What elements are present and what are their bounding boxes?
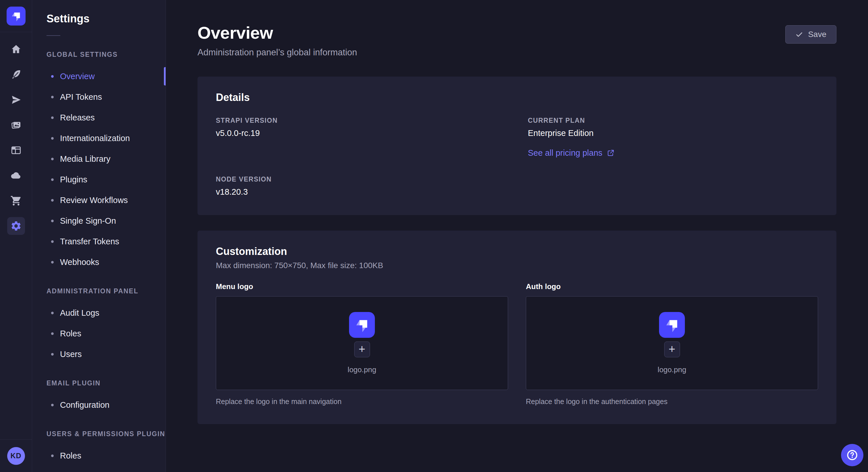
details-grid-spacer	[528, 175, 818, 197]
page-header-text: Overview Administration panel’s global i…	[197, 23, 357, 58]
bullet-icon	[51, 75, 54, 78]
subnav-item-label: API Tokens	[60, 92, 102, 102]
section-global-settings: Overview API Tokens Releases Internation…	[32, 66, 166, 272]
home-icon[interactable]	[7, 40, 25, 58]
strapi-logo[interactable]	[7, 7, 26, 26]
menu-logo-add-button[interactable]: +	[354, 341, 370, 357]
customization-card-subtitle: Max dimension: 750×750, Max file size: 1…	[216, 261, 818, 270]
feather-icon[interactable]	[7, 66, 25, 83]
subnav-item-label: Users	[60, 349, 82, 359]
layout-panel-icon[interactable]	[7, 141, 25, 159]
subnav-item-label: Review Workflows	[60, 196, 128, 205]
menu-logo-filename: logo.png	[348, 365, 376, 374]
subnav-item-webhooks[interactable]: Webhooks	[32, 252, 166, 272]
subnav-title: Settings	[46, 12, 166, 25]
logo-uploads: Menu logo + logo.png Replace the logo in…	[216, 282, 818, 406]
subnav-item-label: Internationalization	[60, 134, 130, 143]
subnav-item-label: Releases	[60, 113, 95, 123]
auth-logo-field: Auth logo + logo.png Replace the logo in…	[526, 282, 818, 406]
subnav-item-plugins[interactable]: Plugins	[32, 169, 166, 190]
bullet-icon	[51, 220, 54, 222]
section-email-plugin: Configuration	[32, 395, 166, 415]
main-content: Overview Administration panel’s global i…	[166, 0, 868, 472]
bullet-icon	[51, 158, 54, 160]
subnav-item-label: Single Sign-On	[60, 216, 116, 226]
subnav-item-label: Audit Logs	[60, 308, 99, 318]
subnav-item-audit-logs[interactable]: Audit Logs	[32, 303, 166, 323]
subnav-item-label: Transfer Tokens	[60, 237, 119, 246]
question-mark-icon	[846, 449, 858, 461]
subnav-item-label: Configuration	[60, 400, 110, 410]
bullet-icon	[51, 199, 54, 202]
details-card: Details Strapi version v5.0.0-rc.19 Curr…	[197, 76, 836, 215]
plus-icon: +	[359, 343, 365, 355]
subnav-item-label: Roles	[60, 329, 81, 338]
page-title: Overview	[197, 23, 357, 43]
current-plan-label: Current plan	[528, 117, 818, 125]
paper-plane-icon[interactable]	[7, 91, 25, 109]
subnav-item-label: Media Library	[60, 154, 111, 164]
settings-gear-icon[interactable]	[7, 217, 25, 235]
subnav-item-transfer-tokens[interactable]: Transfer Tokens	[32, 231, 166, 252]
help-button[interactable]	[841, 444, 863, 466]
avatar[interactable]: KD	[7, 447, 25, 465]
pricing-plans-link-label: See all pricing plans	[528, 148, 602, 158]
check-icon	[795, 31, 803, 38]
node-version-field: Node version v18.20.3	[216, 175, 506, 197]
subnav-item-up-providers[interactable]: Providers	[32, 466, 166, 472]
subnav-item-up-roles[interactable]: Roles	[32, 445, 166, 466]
bullet-icon	[51, 178, 54, 181]
bullet-icon	[51, 353, 54, 356]
auth-logo-label: Auth logo	[526, 282, 818, 291]
subnav-item-label: Plugins	[60, 175, 87, 184]
subnav-item-review-workflows[interactable]: Review Workflows	[32, 190, 166, 210]
page-subtitle: Administration panel’s global informatio…	[197, 47, 357, 58]
page-header: Overview Administration panel’s global i…	[197, 0, 836, 58]
strapi-logo-icon	[7, 7, 26, 26]
bullet-icon	[51, 454, 54, 457]
subnav-item-admin-roles[interactable]: Roles	[32, 323, 166, 344]
strapi-version-label: Strapi version	[216, 117, 506, 125]
main-nav-rail: KD	[0, 0, 32, 472]
auth-logo-add-button[interactable]: +	[664, 341, 680, 357]
node-version-label: Node version	[216, 175, 506, 183]
section-administration-panel: Audit Logs Roles Users	[32, 303, 166, 365]
subnav-item-label: Overview	[60, 72, 95, 81]
subnav-item-label: Roles	[60, 451, 81, 461]
pricing-plans-link[interactable]: See all pricing plans	[528, 148, 615, 158]
subnav-item-admin-users[interactable]: Users	[32, 344, 166, 365]
cart-icon[interactable]	[7, 192, 25, 210]
menu-logo-field: Menu logo + logo.png Replace the logo in…	[216, 282, 508, 406]
external-link-icon	[607, 149, 615, 157]
subnav-item-single-sign-on[interactable]: Single Sign-On	[32, 210, 166, 231]
subnav-item-api-tokens[interactable]: API Tokens	[32, 87, 166, 107]
bullet-icon	[51, 261, 54, 264]
subnav-item-releases[interactable]: Releases	[32, 107, 166, 128]
bullet-icon	[51, 240, 54, 243]
plus-icon: +	[669, 343, 675, 355]
save-button-label: Save	[808, 30, 826, 39]
subnav-item-internationalization[interactable]: Internationalization	[32, 128, 166, 148]
strapi-version-field: Strapi version v5.0.0-rc.19	[216, 117, 506, 158]
auth-logo-dropzone[interactable]: + logo.png	[526, 296, 818, 390]
customization-card-title: Customization	[216, 245, 818, 258]
subnav-item-email-configuration[interactable]: Configuration	[32, 395, 166, 415]
menu-logo-dropzone[interactable]: + logo.png	[216, 296, 508, 390]
pictures-icon[interactable]	[7, 116, 25, 134]
subnav-item-overview[interactable]: Overview	[32, 66, 166, 87]
current-plan-field: Current plan Enterprise Edition See all …	[528, 117, 818, 158]
save-button[interactable]: Save	[785, 25, 836, 43]
bullet-icon	[51, 312, 54, 314]
node-version-value: v18.20.3	[216, 187, 506, 197]
auth-logo-filename: logo.png	[658, 365, 686, 374]
section-label-administration-panel: Administration panel	[46, 287, 166, 295]
details-card-title: Details	[216, 92, 818, 103]
bullet-icon	[51, 137, 54, 140]
bullet-icon	[51, 116, 54, 119]
section-label-email-plugin: Email plugin	[46, 379, 166, 387]
rail-bottom: KD	[0, 439, 32, 472]
menu-logo-label: Menu logo	[216, 282, 508, 291]
subnav-item-media-library[interactable]: Media Library	[32, 148, 166, 169]
cloud-icon[interactable]	[7, 167, 25, 184]
menu-logo-preview	[349, 312, 375, 338]
